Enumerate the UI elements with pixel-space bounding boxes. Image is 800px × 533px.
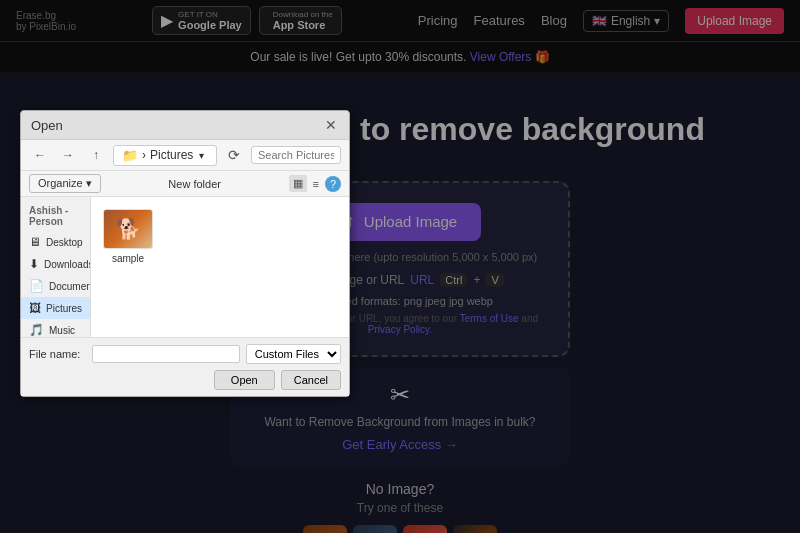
sidebar-item-desktop[interactable]: 🖥 Desktop [21, 231, 90, 253]
desktop-icon: 🖥 [29, 235, 41, 249]
breadcrumb-label: › [142, 148, 146, 162]
sidebar-item-downloads-label: Downloads [44, 259, 91, 270]
folder-icon: 📁 [122, 148, 138, 163]
dialog-close-button[interactable]: ✕ [323, 117, 339, 133]
sidebar-item-pictures[interactable]: 🖼 Pictures [21, 297, 90, 319]
dialog-footer: File name: Custom Files Open Cancel [21, 337, 349, 396]
dialog-toolbar: ← → ↑ 📁 › Pictures ▾ ⟳ [21, 140, 349, 171]
dialog-body: Ashish - Person 🖥 Desktop ⬇ Downloads 📄 … [21, 197, 349, 337]
sidebar-item-documents[interactable]: 📄 Documents [21, 275, 90, 297]
view-icons: ▦ ≡ ? [289, 175, 341, 192]
dialog-file-content: 🐕 sample [91, 197, 349, 337]
pictures-icon: 🖼 [29, 301, 41, 315]
downloads-icon: ⬇ [29, 257, 39, 271]
dialog-open-button[interactable]: Open [214, 370, 275, 390]
breadcrumb-dropdown-icon: ▾ [199, 150, 204, 161]
file-dialog-overlay: Open ✕ ← → ↑ 📁 › Pictures ▾ ⟳ Organize ▾… [0, 0, 800, 533]
documents-icon: 📄 [29, 279, 44, 293]
sidebar-item-music-label: Music [49, 325, 75, 336]
breadcrumb: 📁 › Pictures ▾ [113, 145, 217, 166]
music-icon: 🎵 [29, 323, 44, 337]
grid-view-button[interactable]: ▦ [289, 175, 307, 192]
new-folder-button[interactable]: New folder [168, 178, 221, 190]
sidebar-user-header: Ashish - Person [21, 201, 90, 231]
sidebar-item-music[interactable]: 🎵 Music [21, 319, 90, 337]
dialog-search-input[interactable] [251, 146, 341, 164]
filename-label-text: File name: [29, 348, 86, 360]
dialog-cancel-button[interactable]: Cancel [281, 370, 341, 390]
breadcrumb-path-text: Pictures [150, 148, 193, 162]
dialog-view-toolbar: Organize ▾ New folder ▦ ≡ ? [21, 171, 349, 197]
sidebar-item-pictures-label: Pictures [46, 303, 82, 314]
sidebar-item-downloads[interactable]: ⬇ Downloads [21, 253, 90, 275]
dialog-action-buttons: Open Cancel [29, 370, 341, 390]
filetype-select[interactable]: Custom Files [246, 344, 341, 364]
dog-icon: 🐕 [116, 217, 141, 241]
dialog-up-button[interactable]: ↑ [85, 144, 107, 166]
help-button[interactable]: ? [325, 176, 341, 192]
dialog-back-button[interactable]: ← [29, 144, 51, 166]
dialog-forward-button[interactable]: → [57, 144, 79, 166]
sidebar-item-documents-label: Documents [49, 281, 91, 292]
dialog-title: Open [31, 118, 63, 133]
dialog-titlebar: Open ✕ [21, 111, 349, 140]
sidebar-item-desktop-label: Desktop [46, 237, 83, 248]
organize-button[interactable]: Organize ▾ [29, 174, 101, 193]
filename-row: File name: Custom Files [29, 344, 341, 364]
dialog-refresh-button[interactable]: ⟳ [223, 144, 245, 166]
filename-input[interactable] [92, 345, 240, 363]
file-open-dialog: Open ✕ ← → ↑ 📁 › Pictures ▾ ⟳ Organize ▾… [20, 110, 350, 397]
file-thumbnail: 🐕 [103, 209, 153, 249]
file-label: sample [112, 253, 144, 264]
dialog-sidebar: Ashish - Person 🖥 Desktop ⬇ Downloads 📄 … [21, 197, 91, 337]
file-item-sample[interactable]: 🐕 sample [99, 205, 157, 268]
list-view-button[interactable]: ≡ [309, 176, 323, 192]
